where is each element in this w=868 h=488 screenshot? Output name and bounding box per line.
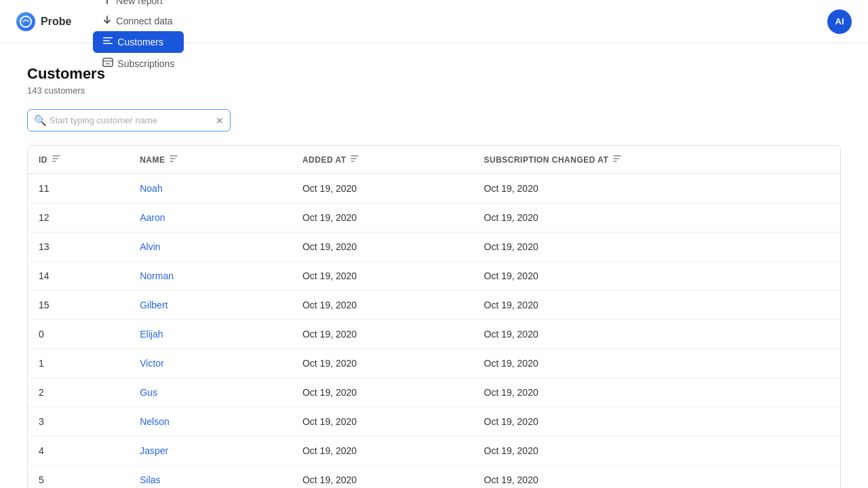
cell-added-at: Oct 19, 2020 (292, 320, 473, 349)
cell-id: 3 (28, 407, 129, 436)
sort-icon-subscription_changed_at[interactable] (612, 154, 622, 165)
customer-name-link[interactable]: Alvin (140, 241, 160, 252)
customer-name-link[interactable]: Nelson (140, 416, 170, 427)
page-subtitle: 143 customers (27, 85, 841, 96)
cell-id: 4 (28, 436, 129, 466)
cell-name: Aaron (129, 203, 292, 232)
th-label-subscription_changed_at: SUBSCRIPTION CHANGED AT (484, 155, 609, 165)
sort-icon-name[interactable] (169, 154, 178, 165)
cell-name: Gilbert (129, 291, 292, 320)
cell-id: 12 (28, 203, 129, 232)
nav-items: ReportsNew reportConnect dataCustomersSu… (93, 0, 184, 75)
cell-subscription-changed-at: Oct 19, 2020 (473, 262, 840, 291)
svg-rect-6 (103, 37, 113, 39)
main-content: Customers 143 customers 🔍 ✕ IDNAMEADDED … (0, 43, 868, 488)
svg-point-0 (20, 16, 31, 27)
table-header-row: IDNAMEADDED ATSUBSCRIPTION CHANGED AT (28, 146, 840, 174)
table-row: 4JasperOct 19, 2020Oct 19, 2020 (28, 436, 840, 466)
customer-name-link[interactable]: Norman (140, 270, 174, 281)
cell-subscription-changed-at: Oct 19, 2020 (473, 320, 840, 349)
cell-name: Nelson (129, 407, 292, 436)
cell-name: Alvin (129, 232, 292, 262)
cell-name: Jasper (129, 436, 292, 466)
cell-subscription-changed-at: Oct 19, 2020 (473, 291, 840, 320)
search-wrapper: 🔍 ✕ (27, 109, 231, 131)
cell-id: 5 (28, 466, 129, 489)
table-row: 3NelsonOct 19, 2020Oct 19, 2020 (28, 407, 840, 436)
table-header: IDNAMEADDED ATSUBSCRIPTION CHANGED AT (28, 146, 840, 174)
nav-label-new-report: New report (116, 0, 162, 6)
cell-added-at: Oct 19, 2020 (292, 378, 473, 407)
cell-name: Noah (129, 174, 292, 203)
sort-icon-id[interactable] (52, 154, 61, 165)
table-body: 11NoahOct 19, 2020Oct 19, 202012AaronOct… (28, 174, 840, 489)
th-name: NAME (129, 146, 292, 174)
table-row: 2GusOct 19, 2020Oct 19, 2020 (28, 378, 840, 407)
cell-added-at: Oct 19, 2020 (292, 262, 473, 291)
nav-label-connect-data: Connect data (116, 16, 172, 26)
nav-icon-connect-data (102, 15, 112, 27)
cell-name: Elijah (129, 320, 292, 349)
nav-icon-new-report (102, 0, 112, 7)
cell-id: 0 (28, 320, 129, 349)
cell-id: 2 (28, 378, 129, 407)
customer-name-link[interactable]: Aaron (140, 212, 165, 223)
svg-rect-8 (103, 43, 113, 44)
cell-added-at: Oct 19, 2020 (292, 203, 473, 232)
nav-item-connect-data[interactable]: Connect data (93, 11, 184, 31)
cell-subscription-changed-at: Oct 19, 2020 (473, 436, 840, 466)
customer-name-link[interactable]: Silas (140, 474, 160, 485)
cell-added-at: Oct 19, 2020 (292, 174, 473, 203)
cell-name: Gus (129, 378, 292, 407)
th-added_at: ADDED AT (292, 146, 473, 174)
cell-subscription-changed-at: Oct 19, 2020 (473, 466, 840, 489)
table-row: 14NormanOct 19, 2020Oct 19, 2020 (28, 262, 840, 291)
table-row: 15GilbertOct 19, 2020Oct 19, 2020 (28, 291, 840, 320)
th-subscription_changed_at: SUBSCRIPTION CHANGED AT (473, 146, 840, 174)
table-row: 1VictorOct 19, 2020Oct 19, 2020 (28, 349, 840, 378)
cell-subscription-changed-at: Oct 19, 2020 (473, 378, 840, 407)
customer-name-link[interactable]: Victor (140, 358, 164, 369)
table-row: 11NoahOct 19, 2020Oct 19, 2020 (28, 174, 840, 203)
cell-subscription-changed-at: Oct 19, 2020 (473, 174, 840, 203)
cell-added-at: Oct 19, 2020 (292, 291, 473, 320)
user-avatar[interactable]: AI (827, 9, 852, 34)
cell-added-at: Oct 19, 2020 (292, 436, 473, 466)
customer-name-link[interactable]: Noah (140, 183, 162, 194)
sort-icon-added_at[interactable] (350, 154, 359, 165)
logo[interactable]: Probe (16, 12, 71, 31)
cell-id: 15 (28, 291, 129, 320)
cell-id: 11 (28, 174, 129, 203)
th-label-id: ID (39, 155, 47, 165)
search-clear-icon[interactable]: ✕ (216, 115, 224, 126)
nav-item-customers[interactable]: Customers (93, 31, 184, 53)
nav-label-subscriptions: Subscriptions (117, 58, 174, 69)
cell-id: 14 (28, 262, 129, 291)
nav-item-subscriptions[interactable]: Subscriptions (93, 53, 184, 75)
th-id: ID (28, 146, 129, 174)
cell-added-at: Oct 19, 2020 (292, 407, 473, 436)
table-row: 0ElijahOct 19, 2020Oct 19, 2020 (28, 320, 840, 349)
table-row: 12AaronOct 19, 2020Oct 19, 2020 (28, 203, 840, 232)
navbar: Probe ReportsNew reportConnect dataCusto… (0, 0, 868, 43)
table-row: 13AlvinOct 19, 2020Oct 19, 2020 (28, 232, 840, 262)
nav-label-customers: Customers (117, 37, 163, 47)
nav-item-new-report[interactable]: New report (93, 0, 184, 11)
logo-text: Probe (41, 16, 71, 28)
th-label-name: NAME (140, 155, 165, 165)
cell-subscription-changed-at: Oct 19, 2020 (473, 349, 840, 378)
logo-icon (16, 12, 35, 31)
customer-name-link[interactable]: Gilbert (140, 300, 167, 310)
customer-name-link[interactable]: Gus (140, 387, 157, 398)
cell-added-at: Oct 19, 2020 (292, 466, 473, 489)
cell-subscription-changed-at: Oct 19, 2020 (473, 203, 840, 232)
nav-icon-customers (102, 35, 113, 49)
cell-added-at: Oct 19, 2020 (292, 349, 473, 378)
customer-name-link[interactable]: Jasper (140, 445, 168, 456)
customer-name-link[interactable]: Elijah (140, 329, 163, 340)
search-input[interactable] (27, 109, 231, 131)
cell-added-at: Oct 19, 2020 (292, 232, 473, 262)
cell-id: 1 (28, 349, 129, 378)
cell-subscription-changed-at: Oct 19, 2020 (473, 407, 840, 436)
cell-subscription-changed-at: Oct 19, 2020 (473, 232, 840, 262)
